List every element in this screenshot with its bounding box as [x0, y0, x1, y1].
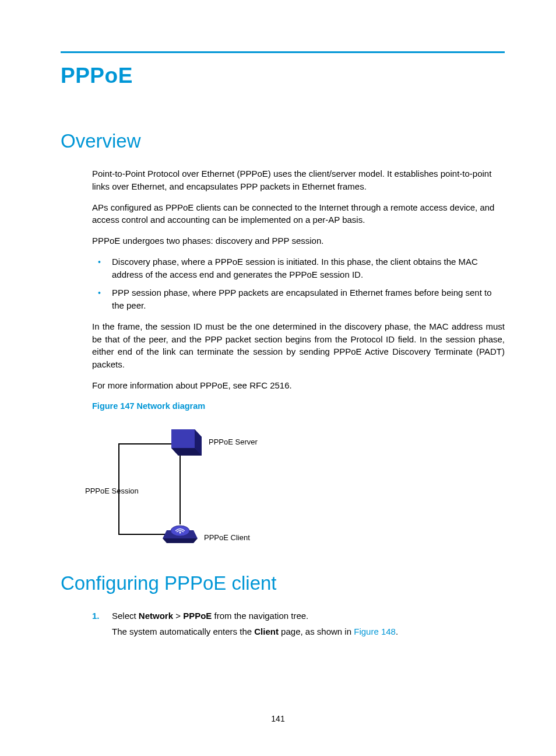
svg-marker-6 [163, 538, 198, 543]
diagram-session-label: PPPoE Session [85, 486, 139, 497]
list-item: PPP session phase, where PPP packets are… [92, 286, 505, 312]
figure-caption: Figure 147 Network diagram [92, 400, 505, 412]
diagram-client-label: PPPoE Client [204, 533, 250, 544]
svg-point-8 [180, 531, 181, 533]
overview-p3: PPPoE undergoes two phases: discovery an… [92, 235, 505, 247]
figure-link[interactable]: Figure 148 [354, 626, 396, 636]
page-number: 141 [0, 714, 556, 723]
step-subtext: The system automatically enters the Clie… [112, 625, 505, 638]
config-heading: Configuring PPPoE client [61, 572, 505, 594]
svg-marker-2 [171, 429, 195, 448]
client-icon [163, 526, 198, 543]
step-text: Select Network > PPPoE from the navigati… [112, 611, 308, 621]
network-diagram: PPPoE Server PPPoE Session PPPoE Client [96, 421, 282, 549]
title-rule [61, 51, 505, 53]
diagram-server-label: PPPoE Server [209, 437, 258, 448]
overview-heading: Overview [61, 130, 505, 152]
server-icon [171, 429, 202, 456]
overview-p2: APs configured as PPPoE clients can be c… [92, 201, 505, 227]
list-item: Discovery phase, where a PPPoE session i… [92, 256, 505, 281]
page-title: PPPoE [61, 64, 505, 88]
overview-p1: Point-to-Point Protocol over Ethernet (P… [92, 167, 505, 193]
step-number: 1. [92, 610, 100, 622]
step-item: 1. Select Network > PPPoE from the navig… [92, 610, 505, 639]
overview-p4: In the frame, the session ID must be the… [92, 320, 505, 371]
overview-p5: For more information about PPPoE, see RF… [92, 379, 505, 392]
